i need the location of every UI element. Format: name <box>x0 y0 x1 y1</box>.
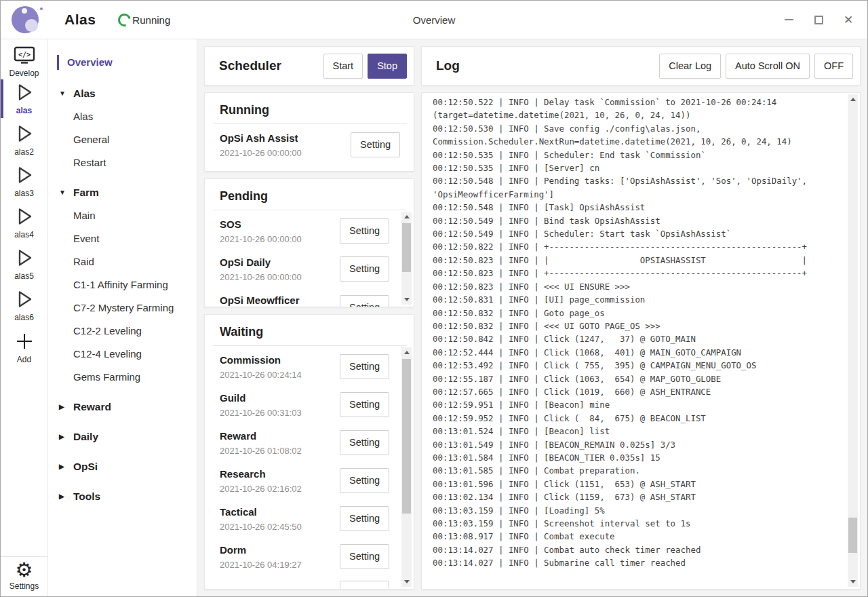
setting-button[interactable]: Setting <box>340 218 389 244</box>
log-line: (target=datetime.datetime(2021, 10, 26, … <box>433 109 842 121</box>
setting-button[interactable]: Setting <box>340 468 389 493</box>
nav-item-alas[interactable]: Alas <box>48 110 197 123</box>
sidebar-item-settings[interactable]: ⚙ Settings <box>1 556 47 596</box>
scroll-down-icon[interactable] <box>401 577 412 587</box>
nav-item-restart[interactable]: Restart <box>48 156 197 170</box>
chevron-collapsed-icon: ▶ <box>59 430 67 444</box>
setting-button[interactable]: Setting <box>340 430 389 455</box>
pending-scrollbar[interactable] <box>401 212 412 305</box>
log-line: 00:13:01.585 | INFO | Combat preparation… <box>433 464 842 477</box>
minimize-button[interactable] <box>783 14 794 25</box>
scroll-up-icon[interactable] <box>848 94 858 104</box>
chevron-collapsed-icon: ▶ <box>59 490 67 503</box>
sidebar-item-alas3[interactable]: alas3 <box>1 161 47 202</box>
gear-icon: ⚙ <box>1 560 47 580</box>
nav-group-alas[interactable]: ▼ Alas <box>48 87 197 100</box>
nav-item-c12-2-leveling[interactable]: C12-2 Leveling <box>48 324 197 338</box>
log-line: 00:12:53.492 | INFO | Click ( 755, 395) … <box>433 359 842 372</box>
setting-button[interactable]: Setting <box>340 506 389 531</box>
task-name: OpSi Ash Assist <box>220 131 351 145</box>
sidebar-item-alas6[interactable]: alas6 <box>1 285 47 326</box>
nav-group-farm[interactable]: ▼ Farm <box>48 186 197 199</box>
maximize-button[interactable] <box>813 14 824 25</box>
log-line: 00:12:57.665 | INFO | Click (1019, 660) … <box>433 385 842 398</box>
task-time: 2021-10-26 00:24:14 <box>220 370 340 380</box>
nav-group-opsi[interactable]: ▶ OpSi <box>48 460 197 474</box>
sidebar-item-label: Develop <box>9 69 39 78</box>
nav-item-overview[interactable]: Overview <box>48 54 197 71</box>
scroll-up-icon[interactable] <box>401 212 412 222</box>
sidebar-item-alas[interactable]: alas <box>1 78 47 119</box>
sidebar-item-label: Add <box>1 355 47 364</box>
nav-item-c1-1-affinity-farming[interactable]: C1-1 Affinity Farming <box>48 278 197 292</box>
sidebar-item-label: alas5 <box>1 271 47 281</box>
add-instance-button[interactable]: Add <box>1 326 47 370</box>
waiting-list: Commission 2021-10-26 00:24:14 Setting G… <box>205 346 414 589</box>
nav-item-general[interactable]: General <box>48 133 197 147</box>
task-row: Shop Setting <box>205 574 414 589</box>
log-line: 00:12:50.832 | INFO | Goto page_os <box>433 307 842 320</box>
scroll-down-icon[interactable] <box>401 294 412 305</box>
close-button[interactable]: ✕ <box>843 14 854 25</box>
window-title: Overview <box>413 14 456 26</box>
log-line: 00:12:50.823 | INFO | +-----------------… <box>433 267 842 280</box>
clear-log-button[interactable]: Clear Log <box>659 54 721 79</box>
task-row: OpSi Daily 2021-10-26 00:00:00 Setting <box>205 248 414 286</box>
nav-group-label: Farm <box>73 186 99 199</box>
chevron-collapsed-icon: ▶ <box>59 460 67 474</box>
sidebar-item-alas2[interactable]: alas2 <box>1 119 47 161</box>
sidebar-item-alas4[interactable]: alas4 <box>1 202 47 244</box>
setting-button[interactable]: Setting <box>340 256 389 282</box>
scroll-thumb[interactable] <box>402 359 411 514</box>
waiting-panel: Waiting Commission 2021-10-26 00:24:14 S… <box>204 314 414 590</box>
log-line: 00:12:50.842 | INFO | Click (1247, 37) @… <box>433 332 842 345</box>
setting-button[interactable]: Setting <box>340 581 389 589</box>
app-logo-icon <box>12 6 39 33</box>
play-icon <box>15 124 34 143</box>
task-name: SOS <box>220 217 340 231</box>
sidebar-item-label: alas4 <box>1 230 47 239</box>
log-scrollbar[interactable] <box>848 94 858 587</box>
log-line: 00:12:50.823 | INFO | <<< UI ENSURE >>> <box>433 280 842 293</box>
scheduler-title: Scheduler <box>219 58 323 73</box>
scroll-thumb[interactable] <box>402 223 411 272</box>
status-label: Running <box>132 14 170 26</box>
setting-button[interactable]: Setting <box>351 132 400 157</box>
scroll-thumb[interactable] <box>848 518 857 553</box>
log-line: 00:12:50.549 | INFO | Bind task OpsiAshA… <box>433 214 842 227</box>
auto-scroll-off-button[interactable]: OFF <box>814 54 853 79</box>
scroll-down-icon[interactable] <box>848 577 858 587</box>
task-name: Tactical <box>220 505 340 519</box>
setting-button[interactable]: Setting <box>340 354 389 379</box>
pending-list: SOS 2021-10-26 00:00:00 Setting OpSi Dai… <box>205 210 414 307</box>
nav-item-c7-2-mystery-farming[interactable]: C7-2 Mystery Farming <box>48 301 197 315</box>
nav-group-tools[interactable]: ▶ Tools <box>48 490 197 503</box>
waiting-title: Waiting <box>220 325 406 339</box>
sidebar-item-alas5[interactable]: alas5 <box>1 244 47 285</box>
log-line: 00:12:50.822 | INFO | +-----------------… <box>433 240 842 253</box>
waiting-scrollbar[interactable] <box>401 347 412 587</box>
log-output[interactable]: 00:12:50.522 | INFO | Delay task `Commis… <box>433 96 842 586</box>
task-name: Commission <box>220 353 340 367</box>
scroll-up-icon[interactable] <box>401 347 412 358</box>
nav-item-event[interactable]: Event <box>48 232 197 246</box>
nav-item-main[interactable]: Main <box>48 209 197 223</box>
nav-item-c12-4-leveling[interactable]: C12-4 Leveling <box>48 347 197 361</box>
nav-item-gems-farming[interactable]: Gems Farming <box>48 370 197 384</box>
stop-button[interactable]: Stop <box>368 54 407 79</box>
log-line: 00:12:59.952 | INFO | Click ( 84, 675) @… <box>433 412 842 425</box>
log-panel-header: Log Clear Log Auto Scroll ON OFF <box>421 46 861 85</box>
setting-button[interactable]: Setting <box>340 295 389 307</box>
nav-item-raid[interactable]: Raid <box>48 255 197 269</box>
setting-button[interactable]: Setting <box>340 392 389 417</box>
window-controls: ✕ <box>783 1 854 39</box>
nav-group-daily[interactable]: ▶ Daily <box>48 430 197 444</box>
setting-button[interactable]: Setting <box>340 544 389 569</box>
scheduler-column: Scheduler Start Stop Running OpSi Ash As… <box>204 46 414 590</box>
nav-group-reward[interactable]: ▶ Reward <box>48 400 197 414</box>
app-window: Alas Running Overview ✕ </> Develop alas <box>0 0 868 597</box>
start-button[interactable]: Start <box>323 54 363 79</box>
sidebar-item-develop[interactable]: </> Develop <box>9 46 39 78</box>
auto-scroll-on-button[interactable]: Auto Scroll ON <box>726 54 810 79</box>
task-name: OpSi Daily <box>220 255 340 269</box>
